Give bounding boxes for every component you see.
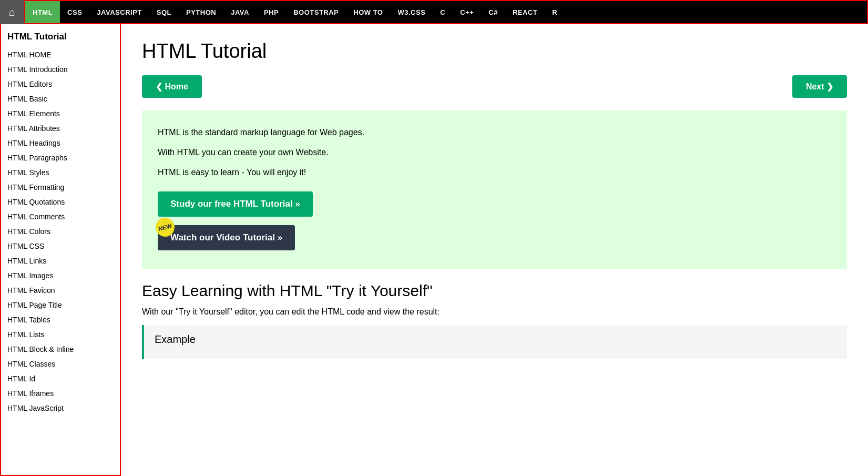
info-line-1: HTML is the standard markup language for…	[158, 126, 831, 139]
sidebar-item[interactable]: HTML Page Title	[1, 298, 120, 312]
easy-learning-desc: With our "Try it Yourself" editor, you c…	[142, 307, 847, 317]
sidebar-title: HTML Tutorial	[1, 24, 120, 47]
sidebar-item[interactable]: HTML HOME	[1, 47, 120, 62]
easy-learning-title: Easy Learning with HTML "Try it Yourself…	[142, 282, 847, 300]
sidebar: HTML Tutorial HTML HOMEHTML Introduction…	[0, 24, 121, 476]
sidebar-item[interactable]: HTML Links	[1, 254, 120, 268]
nav-item-java[interactable]: JAVA	[223, 1, 257, 23]
nav-item-react[interactable]: REACT	[505, 1, 545, 23]
video-button[interactable]: Watch our Video Tutorial »	[158, 225, 295, 250]
sidebar-item[interactable]: HTML Attributes	[1, 121, 120, 136]
main-layout: HTML Tutorial HTML HOMEHTML Introduction…	[0, 24, 868, 476]
nav-item-php[interactable]: PHP	[257, 1, 286, 23]
video-btn-container: NEW Watch our Video Tutorial »	[158, 225, 295, 250]
sidebar-item[interactable]: HTML Favicon	[1, 283, 120, 298]
sidebar-item[interactable]: HTML Quotations	[1, 195, 120, 209]
nav-item-html[interactable]: HTML	[25, 1, 60, 23]
page-title: HTML Tutorial	[142, 40, 847, 63]
nav-item-c#[interactable]: C#	[481, 1, 505, 23]
sidebar-item[interactable]: HTML Editors	[1, 77, 120, 92]
example-box: Example	[142, 325, 847, 359]
sidebar-item[interactable]: HTML Images	[1, 268, 120, 283]
sidebar-item[interactable]: HTML Paragraphs	[1, 150, 120, 165]
easy-learning-section: Easy Learning with HTML "Try it Yourself…	[142, 282, 847, 359]
home-button[interactable]: ❮ Home	[142, 75, 202, 98]
nav-item-css[interactable]: CSS	[60, 1, 89, 23]
nav-item-w3.css[interactable]: W3.CSS	[390, 1, 433, 23]
sidebar-item[interactable]: HTML Styles	[1, 165, 120, 180]
nav-item-bootstrap[interactable]: BOOTSTRAP	[286, 1, 346, 23]
example-label: Example	[155, 333, 836, 346]
info-line-3: HTML is easy to learn - You will enjoy i…	[158, 166, 831, 179]
home-icon-btn[interactable]: ⌂	[0, 0, 24, 24]
nav-item-r[interactable]: R	[545, 1, 565, 23]
info-line-2: With HTML you can create your own Websit…	[158, 146, 831, 159]
study-button[interactable]: Study our free HTML Tutorial »	[158, 191, 313, 217]
nav-item-how-to[interactable]: HOW TO	[346, 1, 390, 23]
sidebar-item[interactable]: HTML Headings	[1, 136, 120, 150]
nav-item-javascript[interactable]: JAVASCRIPT	[89, 1, 149, 23]
nav-buttons: ❮ Home Next ❯	[142, 75, 847, 98]
home-icon: ⌂	[9, 6, 15, 18]
nav-item-python[interactable]: PYTHON	[179, 1, 223, 23]
sidebar-item[interactable]: HTML Comments	[1, 209, 120, 224]
sidebar-item[interactable]: HTML Block & Inline	[1, 342, 120, 357]
sidebar-item[interactable]: HTML Introduction	[1, 62, 120, 77]
sidebar-item[interactable]: HTML Elements	[1, 106, 120, 121]
sidebar-item[interactable]: HTML Classes	[1, 357, 120, 371]
sidebar-item[interactable]: HTML Id	[1, 371, 120, 386]
nav-item-c[interactable]: C	[433, 1, 453, 23]
sidebar-item[interactable]: HTML JavaScript	[1, 401, 120, 416]
sidebar-item[interactable]: HTML Colors	[1, 224, 120, 239]
nav-item-c++[interactable]: C++	[453, 1, 481, 23]
top-nav: ⌂ HTMLCSSJAVASCRIPTSQLPYTHONJAVAPHPBOOTS…	[0, 0, 868, 24]
nav-item-sql[interactable]: SQL	[149, 1, 179, 23]
info-box: HTML is the standard markup language for…	[142, 110, 847, 269]
nav-links: HTMLCSSJAVASCRIPTSQLPYTHONJAVAPHPBOOTSTR…	[24, 0, 868, 24]
content-area: HTML Tutorial ❮ Home Next ❯ HTML is the …	[121, 24, 868, 476]
sidebar-item[interactable]: HTML Basic	[1, 92, 120, 106]
sidebar-item[interactable]: HTML Lists	[1, 327, 120, 342]
sidebar-item[interactable]: HTML Formatting	[1, 180, 120, 195]
next-button[interactable]: Next ❯	[792, 75, 847, 98]
sidebar-item[interactable]: HTML Iframes	[1, 386, 120, 401]
sidebar-item[interactable]: HTML Tables	[1, 312, 120, 327]
sidebar-item[interactable]: HTML CSS	[1, 239, 120, 254]
